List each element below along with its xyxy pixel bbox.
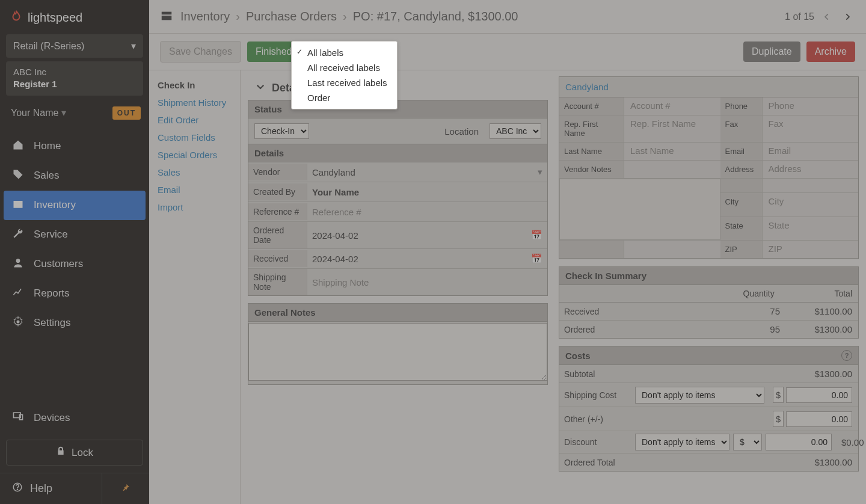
pager-next[interactable] — [840, 9, 855, 25]
ordered-total-amount: $1300.00 — [768, 453, 858, 471]
svg-point-1 — [17, 320, 20, 323]
subnav-sales[interactable]: Sales — [156, 164, 235, 181]
account-input[interactable] — [629, 100, 716, 111]
breadcrumb-current: PO: #17, Candyland, $1300.00 — [353, 10, 518, 23]
received-date-label: Received — [248, 250, 307, 267]
store-name: ABC Inc — [13, 66, 136, 78]
popup-option-all-labels[interactable]: All labels — [292, 45, 397, 60]
phone-input[interactable] — [767, 100, 854, 111]
last-name-input[interactable] — [629, 145, 716, 156]
pin-button[interactable] — [102, 473, 149, 504]
vendor-link[interactable]: Candyland — [559, 77, 858, 97]
nav-label: Service — [34, 229, 68, 241]
store-selector[interactable]: Retail (R-Series) ▾ — [6, 34, 143, 58]
nav-sales[interactable]: Sales — [0, 161, 149, 191]
status-select[interactable]: Check-In — [254, 123, 309, 139]
nav-reports[interactable]: Reports — [0, 279, 149, 309]
calendar-icon[interactable]: 📅 — [531, 253, 542, 264]
save-button: Save Changes — [160, 41, 241, 63]
lock-button[interactable]: Lock — [6, 440, 143, 466]
subnav-check-in[interactable]: Check In — [156, 76, 235, 94]
location-select[interactable]: ABC Inc — [490, 123, 541, 139]
ordered-date-input[interactable] — [312, 229, 526, 242]
nav-label: Sales — [34, 170, 60, 182]
drawer-icon[interactable] — [160, 9, 173, 24]
popup-option-all-received[interactable]: All received labels — [292, 60, 397, 75]
chevron-down-icon: ▾ — [538, 167, 542, 177]
general-notes-textarea[interactable] — [248, 323, 547, 381]
discount-unit-select[interactable]: $ — [733, 434, 762, 450]
breadcrumb-purchase-orders[interactable]: Purchase Orders — [246, 10, 337, 23]
reference-input[interactable] — [312, 205, 542, 219]
help-button[interactable]: Help — [0, 473, 102, 504]
subnav-edit-order[interactable]: Edit Order — [156, 111, 235, 129]
lock-label: Lock — [72, 447, 93, 459]
subnav-import[interactable]: Import — [156, 198, 235, 216]
wrench-icon — [12, 227, 24, 242]
help-icon — [12, 482, 23, 496]
received-date-input[interactable] — [312, 252, 526, 266]
nav-settings[interactable]: Settings — [0, 309, 149, 338]
person-icon — [12, 257, 24, 272]
svg-rect-7 — [162, 16, 172, 20]
nav-label: Inventory — [34, 199, 76, 211]
popup-option-last-received[interactable]: Last received labels — [292, 75, 397, 90]
subnav-special-orders[interactable]: Special Orders — [156, 146, 235, 164]
nav-inventory[interactable]: Inventory — [4, 191, 146, 220]
shipping-note-input[interactable] — [312, 275, 542, 289]
user-row[interactable]: Your Name ▾ OUT — [0, 100, 149, 127]
nav-label: Devices — [34, 412, 70, 424]
rep-first-input[interactable] — [629, 118, 716, 129]
popup-option-order[interactable]: Order — [292, 90, 397, 105]
calendar-icon[interactable]: 📅 — [531, 230, 542, 241]
chevron-right-icon: › — [343, 10, 347, 23]
shipping-cost-input[interactable] — [786, 387, 852, 403]
pager-text: 1 of 15 — [785, 11, 814, 22]
quantity-col: Quantity — [703, 285, 781, 302]
chevron-right-icon: › — [236, 10, 240, 23]
vendor-select[interactable]: Candyland▾ — [307, 162, 547, 182]
other-currency: $ — [773, 411, 784, 427]
email-input[interactable] — [767, 145, 854, 156]
shipping-currency: $ — [773, 387, 784, 403]
svg-point-5 — [17, 489, 17, 490]
other-input[interactable] — [786, 411, 852, 427]
state-label: State — [720, 217, 763, 241]
subnav-custom-fields[interactable]: Custom Fields — [156, 129, 235, 146]
status-panel: Status Check-In Location ABC Inc Details… — [248, 100, 548, 296]
address-input[interactable] — [767, 163, 854, 174]
help-icon[interactable]: ? — [841, 350, 852, 361]
duplicate-button[interactable]: Duplicate — [743, 41, 800, 62]
archive-button[interactable]: Archive — [806, 41, 855, 62]
rep-first-label: Rep. First Name — [559, 115, 624, 143]
main: Inventory › Purchase Orders › PO: #17, C… — [149, 0, 866, 504]
state-input[interactable] — [767, 220, 854, 231]
details-heading: Details — [248, 144, 547, 162]
nav-home[interactable]: Home — [0, 132, 149, 161]
vendor-notes-textarea[interactable] — [559, 179, 720, 240]
nav-devices[interactable]: Devices — [0, 403, 149, 432]
total-col: Total — [781, 285, 858, 302]
received-qty: 75 — [714, 303, 786, 320]
pager-prev[interactable] — [819, 9, 835, 25]
svg-rect-6 — [162, 12, 172, 15]
shipping-apply-select[interactable]: Don't apply to items — [635, 387, 764, 404]
clock-out-badge[interactable]: OUT — [112, 106, 141, 120]
subnav-shipment-history[interactable]: Shipment History — [156, 94, 235, 111]
flame-icon — [10, 10, 23, 26]
nav-service[interactable]: Service — [0, 220, 149, 250]
svg-point-0 — [16, 259, 20, 263]
store-details: ABC Inc Register 1 — [6, 61, 143, 96]
city-input[interactable] — [767, 195, 854, 207]
created-by-label: Created By — [248, 183, 307, 200]
subnav-email[interactable]: Email — [156, 181, 235, 198]
breadcrumb-inventory[interactable]: Inventory — [180, 10, 230, 23]
brand-name: lightspeed — [28, 11, 82, 25]
fax-input[interactable] — [767, 118, 854, 129]
store-selector-label: Retail (R-Series) — [13, 41, 84, 52]
vendor-panel: Candyland Account # Phone Rep. First Nam… — [559, 76, 859, 259]
discount-apply-select[interactable]: Don't apply to items — [635, 434, 729, 450]
nav-customers[interactable]: Customers — [0, 250, 149, 279]
zip-input[interactable] — [767, 243, 854, 254]
discount-input[interactable] — [766, 434, 832, 450]
